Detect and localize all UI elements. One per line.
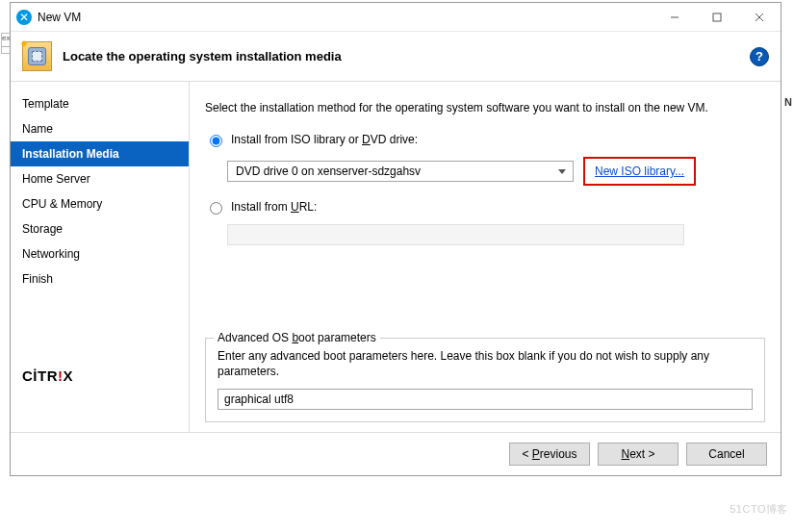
option-install-url: Install from URL: — [205, 199, 765, 215]
window-controls — [653, 3, 781, 31]
option-install-iso: Install from ISO library or DVD drive: — [205, 132, 765, 147]
cancel-button[interactable]: Cancel — [686, 443, 767, 466]
wizard-footer: < Previous Next > Cancel — [11, 432, 781, 475]
citrix-logo: CİTR!X — [11, 367, 189, 393]
wizard-icon: ✦ — [22, 41, 52, 71]
sidebar-item-installation-media[interactable]: Installation Media — [11, 141, 189, 166]
sidebar-item-home-server[interactable]: Home Server — [11, 166, 189, 191]
dvd-drive-value: DVD drive 0 on xenserver-sdzgahsv — [236, 165, 421, 178]
sidebar-item-template[interactable]: Template — [11, 91, 189, 116]
sidebar-item-storage[interactable]: Storage — [11, 216, 189, 241]
new-iso-library-link[interactable]: New ISO library... — [595, 165, 684, 178]
radio-install-iso[interactable] — [210, 135, 222, 147]
page-title: Locate the operating system installation… — [63, 49, 750, 63]
page-header: ✦ Locate the operating system installati… — [11, 32, 781, 82]
dvd-drive-select[interactable]: DVD drive 0 on xenserver-sdzgahsv — [227, 161, 574, 182]
body: Template Name Installation Media Home Se… — [11, 82, 781, 432]
url-input — [227, 224, 684, 245]
sidebar-item-networking[interactable]: Networking — [11, 241, 189, 266]
instruction-text: Select the installation method for the o… — [205, 101, 765, 114]
content-panel: Select the installation method for the o… — [190, 82, 781, 432]
advanced-boot-help: Enter any advanced boot parameters here.… — [218, 348, 753, 379]
advanced-boot-fieldset: Advanced OS boot parameters Enter any ad… — [205, 338, 765, 422]
new-vm-window: ex— ✕ New VM ✦ Locate the operating syst… — [10, 2, 781, 476]
minimize-button[interactable] — [653, 3, 696, 31]
right-edge-char: N — [784, 96, 792, 108]
app-icon: ✕ — [16, 10, 32, 25]
boot-params-input[interactable] — [218, 389, 753, 410]
next-button[interactable]: Next > — [598, 443, 679, 466]
url-input-wrap — [227, 224, 765, 245]
sidebar-item-name[interactable]: Name — [11, 116, 189, 141]
sidebar-item-finish[interactable]: Finish — [11, 266, 189, 291]
iso-select-row: DVD drive 0 on xenserver-sdzgahsv New IS… — [227, 157, 765, 186]
svg-rect-1 — [713, 13, 721, 21]
external-tab-fragment: ex— — [1, 33, 10, 54]
new-iso-highlight: New ISO library... — [583, 157, 696, 186]
close-button[interactable] — [738, 3, 781, 31]
wizard-sidebar: Template Name Installation Media Home Se… — [11, 82, 190, 432]
sidebar-item-cpu-memory[interactable]: CPU & Memory — [11, 191, 189, 216]
spacer — [205, 245, 765, 332]
previous-button[interactable]: < Previous — [509, 443, 590, 466]
maximize-button[interactable] — [696, 3, 738, 31]
label-install-url: Install from URL: — [231, 200, 317, 214]
titlebar: ✕ New VM — [11, 3, 781, 32]
window-title: New VM — [38, 11, 653, 24]
radio-install-url[interactable] — [210, 202, 222, 215]
advanced-boot-legend: Advanced OS boot parameters — [214, 331, 380, 344]
help-icon[interactable]: ? — [750, 47, 769, 66]
label-install-iso: Install from ISO library or DVD drive: — [231, 133, 418, 146]
